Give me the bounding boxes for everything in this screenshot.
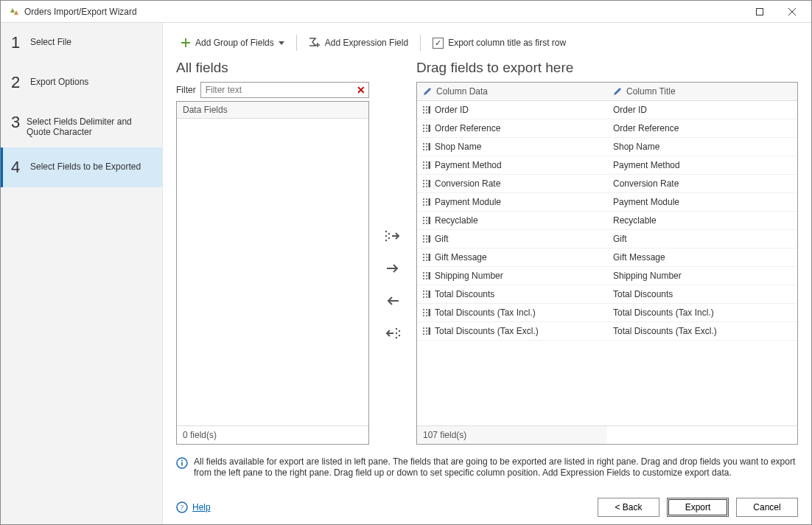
svg-rect-100	[429, 309, 431, 316]
column-data-cell[interactable]: Payment Method	[417, 156, 607, 174]
grid-row[interactable]: Order ReferenceOrder Reference	[417, 119, 797, 138]
export-button[interactable]: Export	[667, 498, 729, 517]
add-group-of-fields-button[interactable]: Add Group of Fields	[176, 35, 289, 51]
filter-input[interactable]	[201, 83, 354, 97]
move-all-right-button[interactable]	[384, 227, 402, 245]
column-title-cell[interactable]: Recyclable	[607, 212, 797, 229]
svg-rect-86	[429, 272, 431, 279]
wizard-step-4[interactable]: 4 Select Fields to be Exported	[1, 147, 162, 187]
grid-row[interactable]: Total Discounts (Tax Excl.)Total Discoun…	[417, 322, 797, 341]
grid-row[interactable]: Total Discounts (Tax Incl.)Total Discoun…	[417, 304, 797, 322]
grid-row[interactable]: Order IDOrder ID	[417, 101, 797, 119]
svg-point-105	[426, 330, 427, 332]
drag-handle-icon[interactable]	[423, 254, 430, 261]
column-title-cell[interactable]: Order Reference	[607, 119, 797, 137]
export-first-row-checkbox[interactable]: ✓ Export column title as first row	[428, 35, 570, 52]
svg-point-33	[423, 149, 424, 150]
back-button[interactable]: < Back	[598, 498, 659, 517]
column-title-cell[interactable]: Shop Name	[607, 138, 797, 156]
column-data-cell[interactable]: Shipping Number	[417, 267, 607, 285]
column-title-cell[interactable]: Conversion Rate	[607, 175, 797, 192]
column-data-cell[interactable]: Payment Module	[417, 193, 607, 211]
svg-point-73	[423, 254, 424, 255]
svg-point-49	[426, 183, 427, 184]
column-data-cell[interactable]: Gift	[417, 230, 607, 248]
drag-handle-icon[interactable]	[423, 272, 430, 279]
column-data-cell[interactable]: Total Discounts (Tax Incl.)	[417, 304, 607, 321]
sigma-plus-icon	[309, 38, 321, 48]
grid-row[interactable]: Shop NameShop Name	[417, 138, 797, 156]
column-data-cell[interactable]: Total Discounts (Tax Excl.)	[417, 322, 607, 340]
column-title-text: Total Discounts	[613, 289, 673, 299]
export-fields-grid[interactable]: Column Data Column Title Order IDOrder I…	[416, 82, 798, 445]
move-right-button[interactable]	[384, 260, 402, 277]
drag-handle-icon[interactable]	[423, 291, 430, 298]
column-data-cell[interactable]: Recyclable	[417, 212, 607, 229]
grid-row[interactable]: Gift MessageGift Message	[417, 248, 797, 267]
drag-handle-icon[interactable]	[423, 106, 430, 114]
drag-handle-icon[interactable]	[423, 235, 430, 243]
grid-row[interactable]: RecyclableRecyclable	[417, 212, 797, 230]
column-data-header[interactable]: Column Data	[417, 83, 607, 100]
svg-rect-37	[429, 143, 431, 150]
step-number: 3	[11, 113, 27, 132]
column-data-text: Gift Message	[435, 252, 487, 262]
all-fields-list[interactable]: Data Fields 0 field(s)	[176, 101, 369, 445]
column-title-cell[interactable]: Gift	[607, 230, 797, 248]
grid-row[interactable]: Shipping NumberShipping Number	[417, 267, 797, 285]
svg-point-89	[423, 296, 424, 298]
column-title-cell[interactable]: Total Discounts	[607, 285, 797, 303]
svg-point-47	[423, 186, 424, 187]
column-title-cell[interactable]: Order ID	[607, 101, 797, 119]
column-title-cell[interactable]: Shipping Number	[607, 267, 797, 285]
column-data-cell[interactable]: Gift Message	[417, 248, 607, 266]
column-data-cell[interactable]: Conversion Rate	[417, 175, 607, 192]
svg-point-59	[423, 217, 424, 218]
svg-point-67	[423, 238, 424, 240]
drag-handle-icon[interactable]	[423, 198, 430, 206]
wizard-step-2[interactable]: 2 Export Options	[1, 63, 162, 102]
info-text: All fields available for export are list…	[194, 456, 798, 479]
svg-point-36	[426, 149, 427, 150]
svg-rect-51	[429, 180, 431, 187]
drag-handle-icon[interactable]	[423, 217, 430, 224]
column-title-text: Gift Message	[613, 252, 665, 262]
column-data-cell[interactable]: Order Reference	[417, 119, 607, 137]
grid-row[interactable]: Conversion RateConversion Rate	[417, 175, 797, 193]
main-panel: Add Group of Fields Add Expression Field…	[163, 23, 811, 524]
drag-handle-icon[interactable]	[423, 125, 430, 132]
help-link[interactable]: ? Help	[176, 501, 211, 513]
drag-handle-icon[interactable]	[423, 327, 430, 335]
grid-row[interactable]: Payment MethodPayment Method	[417, 156, 797, 175]
drag-handle-icon[interactable]	[423, 309, 430, 316]
svg-point-84	[426, 275, 427, 277]
column-title-cell[interactable]: Gift Message	[607, 248, 797, 266]
column-data-cell[interactable]: Order ID	[417, 101, 607, 119]
window-close-button[interactable]	[776, 1, 808, 23]
drag-handle-icon[interactable]	[423, 161, 430, 169]
column-title-cell[interactable]: Payment Module	[607, 193, 797, 211]
column-title-cell[interactable]: Total Discounts (Tax Incl.)	[607, 304, 797, 321]
move-left-button[interactable]	[384, 292, 402, 310]
drag-handle-icon[interactable]	[423, 143, 430, 150]
add-expression-field-button[interactable]: Add Expression Field	[304, 35, 413, 51]
move-all-left-button[interactable]	[384, 324, 402, 342]
svg-point-28	[426, 128, 427, 129]
grid-row[interactable]: Payment ModulePayment Module	[417, 193, 797, 212]
column-data-cell[interactable]: Total Discounts	[417, 285, 607, 303]
wizard-step-1[interactable]: 1 Select File	[1, 23, 162, 63]
cancel-button[interactable]: Cancel	[736, 498, 798, 517]
wizard-step-3[interactable]: 3 Select Fields Delimiter and Quote Char…	[1, 102, 162, 147]
column-title-text: Order ID	[613, 105, 647, 115]
grid-row[interactable]: Total DiscountsTotal Discounts	[417, 285, 797, 304]
grid-row[interactable]: GiftGift	[417, 230, 797, 248]
drag-handle-icon[interactable]	[423, 180, 430, 187]
window-maximize-button[interactable]	[743, 1, 776, 23]
filter-clear-button[interactable]: ✕	[354, 84, 368, 96]
column-title-cell[interactable]: Total Discounts (Tax Excl.)	[607, 322, 797, 340]
column-data-cell[interactable]: Shop Name	[417, 138, 607, 156]
svg-point-83	[426, 272, 427, 274]
column-title-header[interactable]: Column Title	[607, 83, 797, 100]
column-title-cell[interactable]: Payment Method	[607, 156, 797, 174]
column-data-text: Total Discounts	[435, 289, 494, 299]
